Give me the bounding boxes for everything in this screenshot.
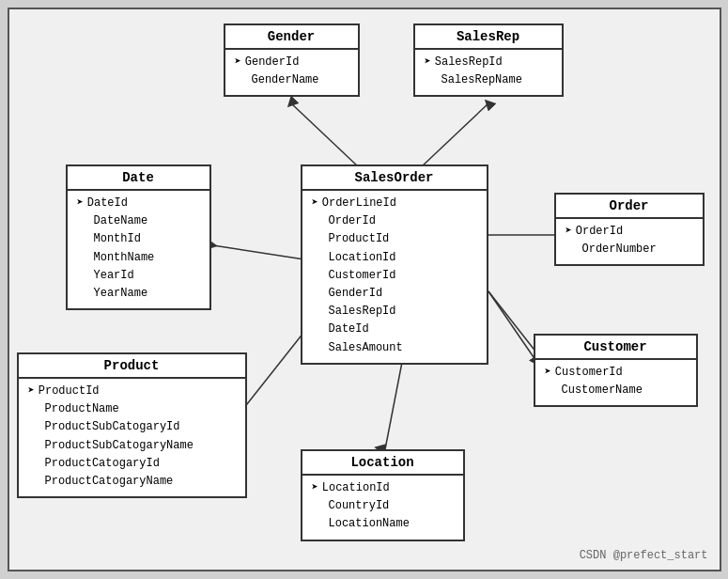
field-dateid: ➤ DateId: [77, 195, 200, 212]
field-countryid: CountryId: [312, 497, 454, 515]
field-yearname: YearName: [77, 285, 200, 303]
entity-salesorder-body: ➤ OrderLineId OrderId ProductId Location…: [302, 191, 487, 363]
entity-salesrep-title: SalesRep: [415, 25, 562, 50]
field-productsubcatogaryname: ProductSubCatogaryName: [28, 437, 236, 455]
entity-customer: Customer ➤ CustomerId CustomerName: [534, 334, 698, 407]
entity-order-body: ➤ OrderId OrderNumber: [556, 219, 703, 264]
field-orderid: OrderId: [312, 212, 477, 230]
entity-order: Order ➤ OrderId OrderNumber: [554, 193, 705, 266]
entity-product: Product ➤ ProductId ProductName ProductS…: [17, 352, 247, 498]
field-ordernumber: OrderNumber: [565, 241, 693, 258]
entity-salesrep-body: ➤ SalesRepId SalesRepName: [415, 50, 562, 95]
svg-line-11: [488, 291, 534, 357]
field-productsubcatogaryid: ProductSubCatogaryId: [28, 418, 236, 436]
field-productcatogaryid: ProductCatogaryId: [28, 455, 236, 473]
entity-gender-title: Gender: [225, 25, 358, 50]
watermark: CSDN @prefect_start: [580, 549, 708, 562]
field-gendername: GenderName: [235, 71, 349, 89]
svg-line-12: [385, 352, 404, 449]
field-productname: ProductName: [28, 400, 236, 418]
field-salesrepid-so: SalesRepId: [312, 303, 477, 321]
field-dateid-so: DateId: [312, 321, 477, 338]
field-productid-p: ➤ ProductId: [28, 383, 236, 400]
field-monthname: MonthName: [77, 249, 200, 267]
entity-order-title: Order: [556, 195, 703, 219]
entity-date-title: Date: [68, 166, 209, 191]
entity-salesorder: SalesOrder ➤ OrderLineId OrderId Product…: [301, 164, 488, 365]
entity-product-body: ➤ ProductId ProductName ProductSubCatoga…: [19, 379, 245, 496]
field-customerid: CustomerId: [312, 267, 477, 285]
field-productid: ProductId: [312, 230, 477, 248]
entity-product-title: Product: [19, 354, 245, 379]
field-customerid-c: ➤ CustomerId: [545, 364, 687, 382]
entity-date: Date ➤ DateId DateName MonthId MonthName…: [66, 164, 211, 310]
field-yearid: YearId: [77, 267, 200, 285]
field-monthid: MonthId: [77, 230, 200, 248]
field-productcatogaryname: ProductCatogaryName: [28, 473, 236, 491]
entity-salesrep: SalesRep ➤ SalesRepId SalesRepName: [413, 23, 564, 97]
field-datename: DateName: [77, 212, 200, 230]
entity-customer-title: Customer: [535, 336, 696, 360]
diagram-container: Gender ➤ GenderId GenderName SalesRep ➤ …: [8, 8, 721, 571]
entity-salesorder-title: SalesOrder: [302, 166, 487, 191]
svg-line-9: [488, 291, 540, 357]
field-salesrepname: SalesRepName: [425, 71, 552, 89]
field-genderid: ➤ GenderId: [235, 54, 349, 71]
entity-location: Location ➤ LocationId CountryId Location…: [301, 449, 465, 541]
entity-gender-body: ➤ GenderId GenderName: [225, 50, 358, 95]
entity-gender: Gender ➤ GenderId GenderName: [224, 23, 360, 97]
field-locationname: LocationName: [312, 515, 454, 533]
field-locationid-l: ➤ LocationId: [312, 479, 454, 497]
field-genderid-so: GenderId: [312, 285, 477, 303]
field-order-orderid: ➤ OrderId: [565, 223, 693, 241]
field-salesrepid: ➤ SalesRepId: [425, 54, 552, 71]
field-orderlineid: ➤ OrderLineId: [312, 195, 477, 212]
entity-date-body: ➤ DateId DateName MonthId MonthName Year…: [68, 191, 209, 308]
entity-location-title: Location: [302, 451, 463, 476]
field-locationid: LocationId: [312, 249, 477, 267]
entity-location-body: ➤ LocationId CountryId LocationName: [302, 476, 463, 540]
field-salesamount: SalesAmount: [312, 339, 477, 357]
entity-customer-body: ➤ CustomerId CustomerName: [535, 360, 696, 405]
field-customername: CustomerName: [545, 382, 687, 399]
